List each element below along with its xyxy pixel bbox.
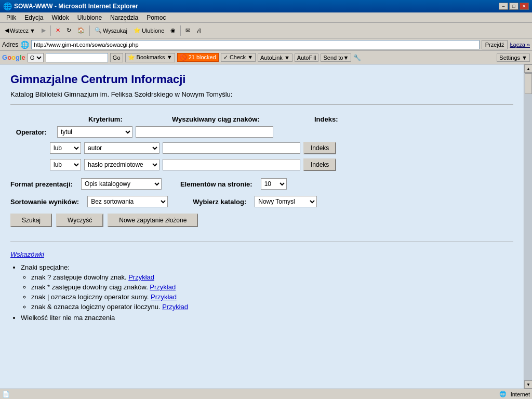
format-label: Format prezentacji: — [10, 180, 73, 188]
internet-zone-icon: 🌐 — [499, 391, 507, 397]
search-button[interactable]: Szukaj — [10, 214, 52, 227]
links-label[interactable]: Łącza » — [510, 42, 530, 48]
toolbar-sep-1 — [50, 25, 51, 36]
help-list: Znaki specjalne: znak ? zastępuje dowoln… — [10, 263, 513, 322]
action-buttons-row: Szukaj Wyczyść Nowe zapytanie złożone — [10, 214, 513, 227]
title-bar: 🌐 SOWA-WWW - Microsoft Internet Explorer… — [0, 0, 532, 12]
indeks-button-2[interactable]: Indeks — [303, 158, 336, 171]
refresh-button[interactable]: ↻ — [64, 24, 74, 37]
blocked-button[interactable]: 🚫 21 blocked — [177, 53, 219, 62]
example-link-2[interactable]: Przykład — [150, 283, 176, 291]
status-right: 🌐 Internet — [499, 391, 530, 397]
print-button[interactable]: 🖨 — [194, 24, 205, 37]
title-bar-content: 🌐 SOWA-WWW - Microsoft Internet Explorer — [3, 2, 138, 10]
mail-icon: ✉ — [185, 27, 190, 34]
forward-icon: ▶ — [42, 27, 46, 34]
search-header: Wyszukiwany ciąg znaków: — [169, 115, 314, 123]
back-button[interactable]: ◀ Wstecz ▼ — [2, 24, 38, 37]
home-button[interactable]: 🏠 — [75, 24, 87, 37]
settings-button[interactable]: Settings ▼ — [497, 54, 530, 62]
close-button[interactable]: ✕ — [520, 3, 529, 10]
google-bar: Google G Go ⭐ Bookmarks ▼ 🚫 21 blocked ✓… — [0, 51, 532, 64]
help-item-3: znak | oznacza logiczny operator sumy. P… — [31, 293, 513, 301]
content-wrapper: Gimnazjalne Centrum Informacji Katalog B… — [0, 64, 532, 389]
refresh-icon: ↻ — [66, 27, 71, 34]
forward-button[interactable]: ▶ — [39, 24, 48, 37]
menu-edit[interactable]: Edycja — [20, 13, 47, 22]
catalog-select[interactable]: Nowy Tomysl Wszystkie — [255, 196, 317, 207]
menu-help[interactable]: Pomoc — [142, 13, 170, 22]
wskazowki-link[interactable]: Wskazówki — [10, 250, 44, 258]
go-button[interactable]: Przejdź — [482, 40, 508, 49]
address-bar: Adres 🌐 Przejdź Łącza » — [0, 38, 532, 51]
sort-row: Sortowanie wyników: Bez sortowania Tytuł… — [10, 196, 513, 207]
print-icon: 🖨 — [196, 28, 202, 34]
help-item-2: znak * zastępuje dowolny ciąg znaków. Pr… — [31, 283, 513, 291]
kryterium-select-3[interactable]: hasło przedmiotowe tytuł autor wydawca s… — [84, 159, 159, 170]
search-input-2[interactable] — [163, 142, 300, 154]
internet-zone-label: Internet — [511, 391, 530, 397]
toolbar-sep-2 — [89, 25, 90, 36]
maximize-button[interactable]: □ — [509, 3, 518, 10]
search-form: Kryterium: Wyszukiwany ciąg znaków: Inde… — [10, 113, 513, 237]
menu-tools[interactable]: Narzędzia — [106, 13, 142, 22]
special-chars-item: Znaki specjalne: znak ? zastępuje dowoln… — [21, 263, 513, 311]
sendto-button[interactable]: Send to▼ — [321, 54, 351, 62]
scroll-down-button[interactable]: ▼ — [524, 380, 532, 389]
help-item-4: znak & oznacza logiczny operator iloczyn… — [31, 303, 513, 311]
example-link-4[interactable]: Przykład — [162, 303, 188, 311]
sort-select[interactable]: Bez sortowania Tytuł rosnąco Tytuł malej… — [87, 196, 168, 207]
menu-favorites[interactable]: Ulubione — [73, 13, 106, 22]
check-button[interactable]: ✓ Check ▼ — [221, 53, 256, 62]
example-link-3[interactable]: Przykład — [151, 293, 177, 301]
mail-button[interactable]: ✉ — [183, 24, 193, 37]
example-link-1[interactable]: Przykład — [128, 273, 154, 281]
menu-view[interactable]: Widok — [47, 13, 73, 22]
operator-select-1[interactable]: lub i nie — [50, 142, 81, 154]
indeks-button-1[interactable]: Indeks — [303, 142, 336, 154]
search-button[interactable]: 🔍 Wyszukaj — [92, 24, 130, 37]
toolbar-filler: 🔧 — [353, 54, 361, 61]
bookmarks-button[interactable]: ⭐ Bookmarks ▼ — [125, 53, 175, 62]
google-engine-select[interactable]: G — [28, 53, 44, 62]
catalog-label: Wybierz katalog: — [193, 198, 246, 206]
google-search-input[interactable] — [46, 53, 108, 62]
search-input-1[interactable] — [136, 126, 273, 138]
toolbar-sep-3 — [180, 25, 181, 36]
media-button[interactable]: ◉ — [168, 24, 178, 37]
complex-query-button[interactable]: Nowe zapytanie złożone — [108, 214, 198, 227]
special-chars-label: Znaki specjalne: — [21, 263, 70, 271]
kryterium-select-2[interactable]: autor tytuł hasło przedmiotowe wydawca s… — [84, 142, 159, 154]
favorites-button[interactable]: ⭐ Ulubione — [131, 24, 167, 37]
page-subtitle: Katalog Biblioteki Gimnazjum im. Feliksa… — [10, 90, 513, 98]
clear-button[interactable]: Wyczyść — [56, 214, 103, 227]
scroll-thumb[interactable] — [525, 73, 532, 94]
sort-label: Sortowanie wyników: — [10, 198, 79, 206]
media-icon: ◉ — [170, 27, 176, 34]
format-select[interactable]: Opis katalogowy Skrócony Pełny — [81, 178, 162, 190]
autofill-button[interactable]: AutoFill — [295, 54, 319, 62]
elements-select[interactable]: 10 20 50 100 — [261, 178, 287, 190]
menu-file[interactable]: Plik — [2, 13, 20, 22]
kryterium-select-1[interactable]: tytuł autor hasło przedmiotowe wydawca s… — [57, 126, 132, 138]
scroll-up-button[interactable]: ▲ — [524, 64, 532, 73]
autolink-button[interactable]: AutoLink ▼ — [258, 54, 292, 62]
elements-label: Elementów na stronie: — [180, 180, 252, 188]
content-area: Gimnazjalne Centrum Informacji Katalog B… — [0, 64, 524, 389]
window-controls: – □ ✕ — [499, 3, 529, 10]
minimize-button[interactable]: – — [499, 3, 508, 10]
address-icon: 🌐 — [20, 41, 29, 49]
operator-select-2[interactable]: lub i nie — [50, 159, 81, 170]
star-icon: ⭐ — [134, 27, 141, 34]
search-input-3[interactable] — [163, 159, 300, 170]
toolbar: ◀ Wstecz ▼ ▶ ✕ ↻ 🏠 🔍 Wyszukaj ⭐ Ulubione… — [0, 23, 532, 38]
menu-bar: Plik Edycja Widok Ulubione Narzędzia Pom… — [0, 12, 532, 23]
search-icon: 🔍 — [95, 27, 102, 34]
kryterium-header: Kryterium: — [88, 115, 169, 123]
scrollbar: ▲ ▼ — [524, 64, 532, 389]
case-note-text: Wielkość liter nie ma znaczenia — [21, 314, 115, 322]
address-input[interactable] — [31, 40, 479, 49]
stop-button[interactable]: ✕ — [53, 24, 63, 37]
google-go-button[interactable]: Go — [110, 53, 123, 62]
scroll-track — [524, 73, 532, 380]
